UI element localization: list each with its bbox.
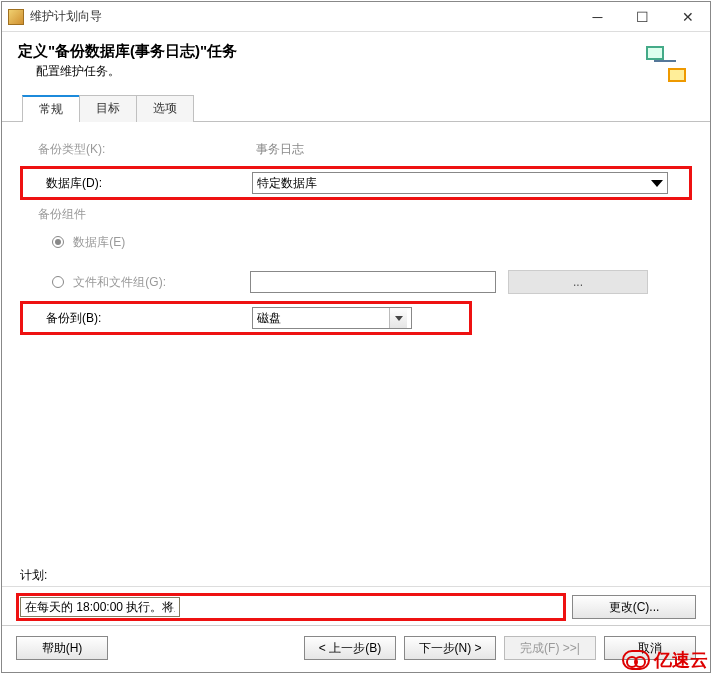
filegroups-browse-button: ... [508,270,648,294]
schedule-section: 计划: 更改(C)... [2,557,710,625]
help-button[interactable]: 帮助(H) [16,636,108,660]
change-schedule-button[interactable]: 更改(C)... [572,595,696,619]
watermark-text: 亿速云 [654,648,708,672]
app-icon [8,9,24,25]
backup-to-label: 备份到(B): [28,310,252,327]
backup-component-label: 备份组件 [38,206,692,223]
schedule-input[interactable] [20,597,180,617]
window-frame: 维护计划向导 ─ ☐ ✕ 定义"备份数据库(事务日志)"任务 配置维护任务。 常… [1,1,711,673]
page-title: 定义"备份数据库(事务日志)"任务 [18,42,644,61]
wizard-icon [644,42,688,86]
page-subtitle: 配置维护任务。 [18,63,644,80]
radio-filegroups [52,276,64,288]
radio-database-row: 数据库(E) [34,234,264,251]
minimize-button[interactable]: ─ [575,3,620,31]
highlight-database: 数据库(D): 特定数据库 [20,166,692,200]
radio-database-label: 数据库(E) [73,235,125,249]
tab-options[interactable]: 选项 [136,95,194,122]
schedule-label: 计划: [20,567,710,584]
highlight-schedule [16,593,566,621]
database-dropdown[interactable]: 特定数据库 [252,172,668,194]
back-button[interactable]: < 上一步(B) [304,636,396,660]
radio-filegroups-label: 文件和文件组(G): [73,275,166,289]
wizard-footer: 帮助(H) < 上一步(B) 下一步(N) > 完成(F) >>| 取消 [2,625,710,672]
tab-content-general: 备份类型(K): 事务日志 数据库(D): 特定数据库 备份组件 [2,122,710,557]
window-title: 维护计划向导 [30,8,575,25]
chevron-down-icon [651,180,663,187]
watermark-logo-icon [622,650,650,670]
filegroups-textbox [250,271,496,293]
next-button[interactable]: 下一步(N) > [404,636,496,660]
tab-general[interactable]: 常规 [22,95,80,122]
finish-button: 完成(F) >>| [504,636,596,660]
backup-type-label: 备份类型(K): [20,141,250,158]
database-label: 数据库(D): [28,175,252,192]
backup-to-dropdown[interactable]: 磁盘 [252,307,412,329]
tab-strip: 常规 目标 选项 [2,94,710,122]
backup-type-value: 事务日志 [250,141,304,158]
maximize-button[interactable]: ☐ [620,3,665,31]
tab-target[interactable]: 目标 [79,95,137,122]
backup-to-dropdown-value: 磁盘 [257,310,281,327]
close-button[interactable]: ✕ [665,3,710,31]
radio-filegroups-row: 文件和文件组(G): [34,274,250,291]
chevron-down-icon [389,308,407,328]
database-dropdown-value: 特定数据库 [257,175,317,192]
radio-database [52,236,64,248]
highlight-backup-to: 备份到(B): 磁盘 [20,301,472,335]
wizard-header: 定义"备份数据库(事务日志)"任务 配置维护任务。 [2,32,710,94]
watermark: 亿速云 [622,648,708,672]
titlebar: 维护计划向导 ─ ☐ ✕ [2,2,710,32]
